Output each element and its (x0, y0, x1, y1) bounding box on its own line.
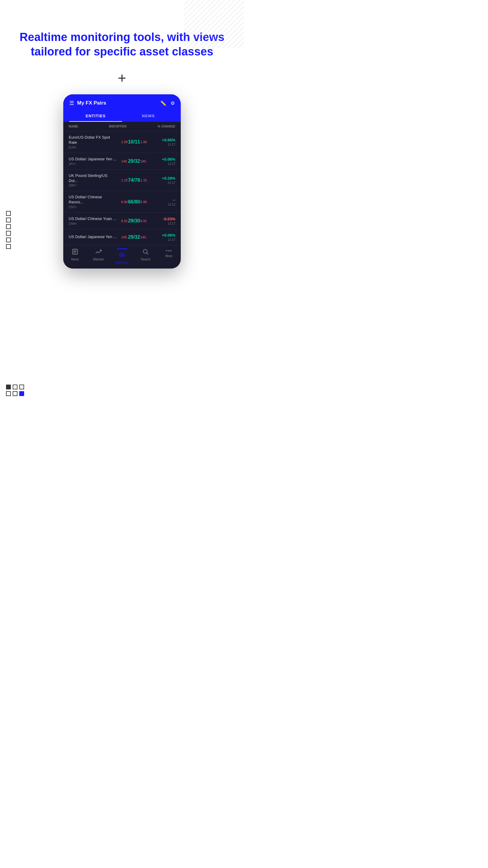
row-name-2: US Dollar/ Japanese Yen ... JPY= (69, 157, 117, 166)
active-indicator (117, 248, 127, 249)
plus-icon-container: + (0, 71, 244, 85)
svg-point-7 (143, 250, 147, 253)
bottom-nav: News Markets Watchlists (63, 245, 181, 269)
sq-b6 (19, 391, 24, 396)
sq-b5 (13, 391, 18, 396)
row-bid-offer-3: 1.15 74/78 1.15 (117, 178, 151, 183)
col-pct-change: % CHANGE (158, 125, 175, 128)
col-bid-offer: BID/OFFER (109, 125, 127, 128)
nav-item-search[interactable]: Search (134, 248, 157, 264)
row-bid-offer-2: 140. 29/32 140. (117, 158, 151, 164)
decorative-squares-bottom (6, 384, 24, 398)
col-name: NAME (69, 125, 78, 128)
table-row[interactable]: US Dollar/ Japanese Yen ... 140. 29/32 1… (63, 229, 181, 245)
filter-icon[interactable]: ⚙ (170, 100, 175, 106)
sq-b1 (6, 384, 11, 390)
row-change-4: -- 11:12 (151, 198, 175, 206)
row-name-6: US Dollar/ Japanese Yen ... (69, 235, 117, 240)
sq6 (6, 244, 11, 249)
row-change-2: +0.06% 11:17 (151, 157, 175, 165)
sq-b2 (13, 384, 18, 390)
table-row[interactable]: US Dollar/ Japanese Yen ... JPY= 140. 29… (63, 153, 181, 170)
hamburger-icon[interactable]: ☰ (69, 100, 74, 106)
row-bid-offer-5: 6.91 29/30 6.91 (117, 218, 151, 224)
row-bid-offer-6: 140. 29/32 140. (117, 235, 151, 240)
row-change-3: +0.28% 11:17 (151, 176, 175, 184)
table-row[interactable]: UK Pound Sterling/US Dol... GBP= 1.15 74… (63, 170, 181, 191)
nav-label-more: More (166, 254, 173, 258)
table-header: NAME BID/OFFER % CHANGE (63, 122, 181, 131)
row-name-4: US Dollar/ Chinese Renmi... CNY= (69, 195, 117, 209)
search-icon (142, 248, 149, 256)
row-name-1: Euro/US Dollar FX Spot Rate EUR= (69, 135, 117, 149)
tab-news[interactable]: NEWS (122, 111, 175, 122)
edit-icon[interactable]: ✏️ (160, 100, 166, 106)
svg-point-6 (121, 254, 123, 256)
row-change-5: -0.03% 11:17 (151, 217, 175, 225)
title-right: ✏️ ⚙ (160, 100, 175, 106)
tab-entities[interactable]: ENTITIES (69, 111, 122, 122)
row-bid-offer-4: 6.90 66/80 6.90 (117, 199, 151, 205)
nav-label-news: News (71, 258, 78, 261)
table-row[interactable]: Euro/US Dollar FX Spot Rate EUR= 1.00 10… (63, 131, 181, 153)
table-row[interactable]: US Dollar/ Chinese Renmi... CNY= 6.90 66… (63, 191, 181, 213)
row-bid-offer-1: 1.00 10/11 1.00 (117, 139, 151, 145)
hero-heading: Realtime monitoring tools, with views ta… (0, 0, 244, 65)
nav-item-more[interactable]: ••• More (157, 248, 181, 264)
title-left: ☰ My FX Pairs (69, 100, 106, 106)
more-icon: ••• (166, 248, 172, 253)
table-row[interactable]: US Dollar/ Chinese Yuan ... CNH= 6.91 29… (63, 213, 181, 229)
decorative-squares-left (6, 211, 11, 251)
phone-screen: ☰ My FX Pairs ✏️ ⚙ ENTITIES NEWS NAME BI… (63, 94, 181, 269)
sq2 (6, 218, 11, 222)
phone-tabs: ENTITIES NEWS (69, 111, 175, 122)
row-name-5: US Dollar/ Chinese Yuan ... CNH= (69, 216, 117, 225)
sq3 (6, 224, 11, 229)
svg-line-8 (147, 253, 148, 254)
nav-label-watchlists: Watchlists (115, 261, 129, 264)
markets-icon (95, 248, 102, 256)
watchlist-title: My FX Pairs (77, 100, 106, 106)
sq1 (6, 211, 11, 216)
nav-item-watchlists[interactable]: Watchlists (110, 248, 134, 264)
nav-item-markets[interactable]: Markets (87, 248, 110, 264)
nav-label-search: Search (141, 258, 150, 261)
plus-icon: + (118, 71, 126, 85)
fx-table: NAME BID/OFFER % CHANGE Euro/US Dollar F… (63, 122, 181, 245)
news-icon (72, 248, 78, 256)
nav-item-news[interactable]: News (63, 248, 87, 264)
sq-b4 (6, 391, 11, 396)
row-change-6: +0.06% 11:17 (151, 233, 175, 241)
title-row: ☰ My FX Pairs ✏️ ⚙ (69, 100, 175, 106)
sq4 (6, 231, 11, 236)
watchlists-icon (119, 252, 125, 260)
phone-header: ☰ My FX Pairs ✏️ ⚙ ENTITIES NEWS (63, 94, 181, 122)
nav-label-markets: Markets (93, 258, 104, 261)
sq5 (6, 238, 11, 242)
row-name-3: UK Pound Sterling/US Dol... GBP= (69, 173, 117, 187)
sq-b3 (19, 384, 24, 390)
phone-mockup: ☰ My FX Pairs ✏️ ⚙ ENTITIES NEWS NAME BI… (0, 94, 244, 281)
row-change-1: +0.66% 11:17 (151, 138, 175, 146)
